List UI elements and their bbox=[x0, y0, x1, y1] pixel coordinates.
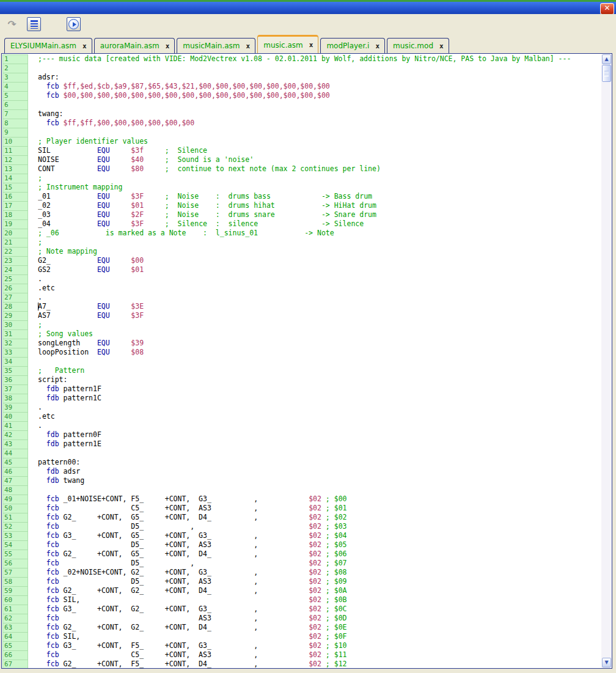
code-line: fcb SIL, $02 ; $0F bbox=[38, 632, 601, 641]
tab-close-icon[interactable]: x bbox=[375, 42, 380, 50]
scroll-up-icon[interactable]: ▲ bbox=[602, 54, 611, 64]
line-number: 38 bbox=[3, 394, 28, 403]
play-icon bbox=[68, 19, 79, 29]
code-line: A7_ EQU $3E bbox=[38, 302, 601, 311]
line-number: 16 bbox=[3, 193, 28, 202]
line-number: 13 bbox=[3, 165, 28, 174]
close-icon[interactable]: ✕ bbox=[600, 3, 614, 15]
code-line: ; Instrument mapping bbox=[38, 183, 601, 192]
code-line bbox=[38, 485, 601, 495]
text-caret bbox=[38, 303, 38, 311]
code-editor[interactable]: 1234567891011121314151617181920212223242… bbox=[1, 53, 612, 669]
tab-auroraMain.asm[interactable]: auroraMain.asmx bbox=[94, 38, 175, 53]
line-number: 8 bbox=[3, 119, 28, 128]
line-number: 36 bbox=[3, 376, 28, 385]
tab-musicMain.asm[interactable]: musicMain.asmx bbox=[177, 38, 255, 53]
line-number: 54 bbox=[3, 541, 28, 550]
tab-modPlayer.i[interactable]: modPlayer.ix bbox=[320, 38, 385, 53]
tab-close-icon[interactable]: x bbox=[82, 42, 87, 50]
code-line: AS7 EQU $3F bbox=[38, 311, 601, 320]
code-line: fcb _02+NOISE+CONT, G2_ +CONT, G3_ , $02… bbox=[38, 568, 601, 577]
tab-close-icon[interactable]: x bbox=[166, 42, 170, 50]
tab-close-icon[interactable]: x bbox=[439, 42, 444, 50]
code-line: script: bbox=[38, 375, 601, 384]
line-number: 53 bbox=[3, 532, 28, 541]
play-triangle-icon bbox=[73, 22, 76, 27]
code-line: fcb D5_ +CONT, AS3 , $02 ; $05 bbox=[38, 540, 601, 550]
tab-label: music.mod bbox=[393, 42, 433, 50]
code-line: fcb G3_ +CONT, G2_ +CONT, G3_ , $02 ; $0… bbox=[38, 605, 601, 614]
line-number: 37 bbox=[3, 385, 28, 394]
list-button[interactable] bbox=[27, 17, 41, 31]
vertical-scrollbar[interactable]: ▲ ▼ bbox=[601, 54, 612, 668]
tab-label: auroraMain.asm bbox=[100, 42, 160, 50]
tab-close-icon[interactable]: x bbox=[246, 42, 251, 50]
line-number: 12 bbox=[3, 156, 28, 165]
code-line: SIL EQU $3f ; Silence bbox=[38, 146, 601, 155]
tab-label: musicMain.asm bbox=[183, 42, 240, 50]
code-line bbox=[38, 449, 601, 458]
code-line: fcb G2_ +CONT, G2_ +CONT, D4_ , $02 ; $0… bbox=[38, 586, 601, 595]
run-button[interactable] bbox=[67, 17, 81, 31]
line-number: 4 bbox=[3, 83, 28, 92]
code-line: fcb G3_ +CONT, F5_ +CONT, G3_ , $02 ; $1… bbox=[38, 641, 601, 650]
line-number: 45 bbox=[3, 458, 28, 468]
code-line: fcb G2_ +CONT, F5_ +CONT, D4_ , $02 ; $1… bbox=[38, 660, 601, 668]
code-line: fcb $00,$00,$00,$00,$00,$00,$00,$00,$00,… bbox=[38, 91, 601, 100]
line-number: 48 bbox=[3, 486, 28, 495]
line-number: 58 bbox=[3, 578, 28, 587]
line-number: 61 bbox=[3, 605, 28, 614]
code-line: fdb twang bbox=[38, 476, 601, 485]
code-line: ; bbox=[38, 174, 601, 183]
code-line: fcb _01+NOISE+CONT, F5_ +CONT, G3_ , $02… bbox=[38, 495, 601, 504]
code-line: twang: bbox=[38, 109, 601, 119]
line-number: 14 bbox=[3, 174, 28, 183]
tab-ELYSIUMMain.asm[interactable]: ELYSIUMMain.asmx bbox=[4, 38, 92, 53]
code-line: fdb adsr bbox=[38, 467, 601, 476]
line-number: 2 bbox=[3, 64, 28, 73]
redo-button[interactable]: ↷ bbox=[5, 17, 19, 31]
app-window: ✕ ↷ ELYSIUMMain.asmxauroraMain.asmxmusic… bbox=[0, 0, 616, 673]
line-number: 32 bbox=[3, 339, 28, 348]
code-line: fcb D5_ +CONT, AS3 , $02 ; $09 bbox=[38, 577, 601, 586]
scroll-down-icon[interactable]: ▼ bbox=[602, 658, 611, 667]
code-line: songLength EQU $39 bbox=[38, 339, 601, 348]
code-line: fdb pattern1E bbox=[38, 439, 601, 449]
tab-music.mod[interactable]: music.modx bbox=[387, 38, 449, 53]
tab-label: modPlayer.i bbox=[326, 42, 369, 50]
line-number: 28 bbox=[3, 303, 28, 312]
tab-label: ELYSIUMMain.asm bbox=[10, 42, 76, 50]
line-number: 57 bbox=[3, 568, 28, 578]
tab-music.asm[interactable]: music.asmx bbox=[257, 35, 318, 53]
code-line: . bbox=[38, 274, 601, 284]
scroll-thumb-grip bbox=[604, 71, 609, 76]
line-number: 17 bbox=[3, 202, 28, 211]
line-number: 64 bbox=[3, 633, 28, 642]
line-number: 59 bbox=[3, 587, 28, 596]
line-number: 1 bbox=[3, 55, 28, 64]
line-number: 60 bbox=[3, 596, 28, 605]
line-number: 50 bbox=[3, 504, 28, 513]
tab-close-icon[interactable]: x bbox=[309, 41, 314, 49]
line-number: 25 bbox=[3, 275, 28, 284]
line-number-gutter: 1234567891011121314151617181920212223242… bbox=[2, 54, 28, 669]
line-number: 49 bbox=[3, 495, 28, 504]
code-line: _04 EQU $3F ; Silence : silence -> Silen… bbox=[38, 219, 601, 229]
scroll-thumb[interactable] bbox=[602, 65, 611, 82]
code-line: fcb $ff,$ed,$cb,$a9,$87,$65,$43,$21,$00,… bbox=[38, 82, 601, 91]
code-area[interactable]: ;--- music data [created with VIDE: Mod2… bbox=[38, 54, 601, 668]
code-line: ; Pattern bbox=[38, 366, 601, 375]
line-number: 9 bbox=[3, 128, 28, 138]
line-number: 31 bbox=[3, 330, 28, 339]
code-line: ; Note mapping bbox=[38, 247, 601, 256]
line-number: 21 bbox=[3, 238, 28, 248]
line-number: 7 bbox=[3, 110, 28, 119]
line-number: 47 bbox=[3, 477, 28, 486]
toolbar: ↷ bbox=[0, 14, 616, 34]
line-number: 11 bbox=[3, 147, 28, 156]
line-number: 10 bbox=[3, 138, 28, 147]
code-line: . bbox=[38, 293, 601, 302]
line-number: 43 bbox=[3, 440, 28, 449]
code-line: .etc bbox=[38, 412, 601, 421]
line-number: 26 bbox=[3, 284, 28, 293]
